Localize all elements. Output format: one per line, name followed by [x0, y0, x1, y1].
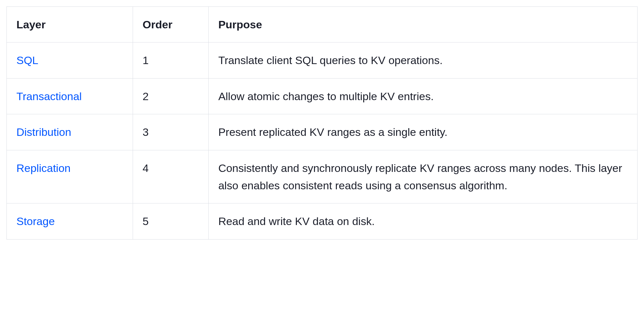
- purpose-cell: Read and write KV data on disk.: [208, 203, 637, 239]
- layer-link-replication[interactable]: Replication: [16, 162, 71, 174]
- table-row: Storage 5 Read and write KV data on disk…: [7, 203, 638, 239]
- layer-link-transactional[interactable]: Transactional: [16, 90, 82, 102]
- purpose-cell: Consistently and synchronously replicate…: [208, 150, 637, 203]
- table-row: SQL 1 Translate client SQL queries to KV…: [7, 42, 638, 78]
- layer-cell: Distribution: [7, 114, 133, 150]
- header-order: Order: [133, 7, 208, 42]
- order-cell: 4: [133, 150, 208, 203]
- order-cell: 2: [133, 78, 208, 114]
- header-purpose: Purpose: [208, 7, 637, 42]
- table-row: Transactional 2 Allow atomic changes to …: [7, 78, 638, 114]
- purpose-cell: Present replicated KV ranges as a single…: [208, 114, 637, 150]
- layer-cell: Transactional: [7, 78, 133, 114]
- order-cell: 5: [133, 203, 208, 239]
- layer-cell: Replication: [7, 150, 133, 203]
- purpose-cell: Allow atomic changes to multiple KV entr…: [208, 78, 637, 114]
- order-cell: 3: [133, 114, 208, 150]
- table-row: Replication 4 Consistently and synchrono…: [7, 150, 638, 203]
- purpose-cell: Translate client SQL queries to KV opera…: [208, 42, 637, 78]
- layer-link-storage[interactable]: Storage: [16, 215, 55, 227]
- layer-link-sql[interactable]: SQL: [16, 54, 38, 66]
- table-header-row: Layer Order Purpose: [7, 7, 638, 42]
- order-cell: 1: [133, 42, 208, 78]
- layer-link-distribution[interactable]: Distribution: [16, 126, 71, 138]
- header-layer: Layer: [7, 7, 133, 42]
- layers-table: Layer Order Purpose SQL 1 Translate clie…: [6, 6, 638, 240]
- layer-cell: SQL: [7, 42, 133, 78]
- table-row: Distribution 3 Present replicated KV ran…: [7, 114, 638, 150]
- layer-cell: Storage: [7, 203, 133, 239]
